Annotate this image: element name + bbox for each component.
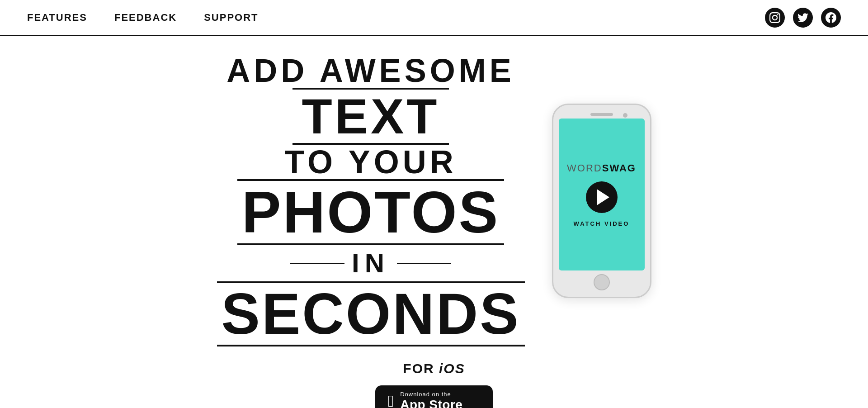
nav-feedback[interactable]: FEEDBACK — [114, 12, 177, 24]
download-on-label: Download on the — [400, 391, 462, 398]
phone-home-button — [594, 274, 610, 290]
headline-line6: SECONDS — [217, 281, 525, 346]
facebook-icon[interactable] — [821, 8, 841, 28]
nav-support[interactable]: SUPPORT — [204, 12, 258, 24]
nav-features[interactable]: FEATURES — [27, 12, 87, 24]
phone-camera — [623, 113, 627, 118]
headline-line5: IN — [352, 250, 390, 277]
play-triangle-icon — [597, 189, 609, 205]
headline-line3: TO YOUR — [284, 146, 457, 178]
wordswag-label: WORDSWAG — [567, 162, 636, 174]
watch-video-label: WATCH VIDEO — [574, 220, 630, 227]
for-ios-label: FOR iOS — [403, 361, 465, 376]
apple-icon:  — [388, 393, 394, 408]
headline-line1: ADD AWESOME — [226, 54, 514, 87]
twitter-icon[interactable] — [793, 8, 813, 28]
instagram-icon[interactable] — [765, 8, 785, 28]
app-store-text: Download on the App Store — [400, 391, 462, 408]
phone-speaker — [590, 113, 613, 116]
line-left — [290, 263, 344, 264]
headline-in-row: IN — [290, 250, 451, 277]
phone-screen: WORDSWAG WATCH VIDEO — [559, 119, 645, 270]
phone-mockup: WORDSWAG WATCH VIDEO — [552, 104, 651, 298]
hero-headline: ADD AWESOME TEXT TO YOUR PHOTOS IN SECON… — [217, 54, 525, 347]
main-content: ADD AWESOME TEXT TO YOUR PHOTOS IN SECON… — [0, 36, 868, 408]
headline-line2: TEXT — [292, 88, 448, 145]
app-store-label: App Store — [400, 398, 462, 408]
play-button[interactable] — [586, 181, 618, 213]
social-icons-group — [765, 8, 841, 28]
app-store-button[interactable]:  Download on the App Store — [375, 385, 493, 408]
headline-line4: PHOTOS — [237, 179, 505, 245]
site-header: FEATURES FEEDBACK SUPPORT — [0, 0, 868, 36]
hero-section: ADD AWESOME TEXT TO YOUR PHOTOS IN SECON… — [217, 54, 651, 347]
main-nav: FEATURES FEEDBACK SUPPORT — [27, 12, 259, 24]
line-right — [397, 263, 451, 264]
phone-outer: WORDSWAG WATCH VIDEO — [552, 104, 651, 298]
